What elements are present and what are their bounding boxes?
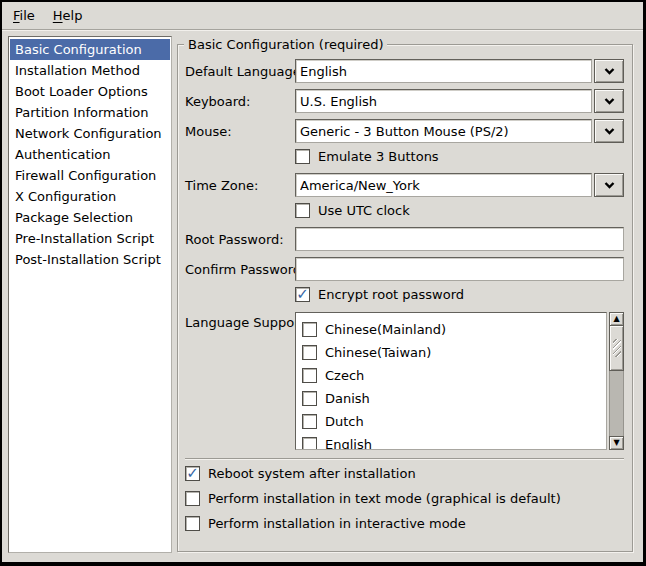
default-language-label: Default Language: [185,64,295,79]
time-zone-dropdown-button[interactable] [594,173,624,197]
root-password-field[interactable] [295,227,624,251]
reboot-after-install-checkbox[interactable]: ✓ [185,466,200,481]
text-mode-install-checkbox[interactable] [185,491,200,506]
install-options: ✓ Reboot system after installation Perfo… [185,466,624,531]
language-english-label: English [325,437,372,450]
time-zone-input[interactable] [295,173,592,197]
chevron-down-icon [604,68,615,75]
confirm-password-field[interactable] [295,257,624,281]
language-danish-label: Danish [325,391,370,406]
frame-legend: Basic Configuration (required) [184,37,387,52]
sidebar-item-authentication[interactable]: Authentication [10,144,170,165]
scroll-up-icon: ▲ [613,315,619,323]
list-item[interactable]: Czech [302,364,606,387]
reboot-after-install-label: Reboot system after installation [208,466,416,481]
sidebar-item-x-configuration[interactable]: X Configuration [10,186,170,207]
language-chinese-taiwan-checkbox[interactable] [302,345,317,360]
emulate-3-buttons-checkbox[interactable] [295,149,310,164]
scrollbar-thumb[interactable] [609,325,624,371]
encrypt-root-password-checkbox[interactable]: ✓ [295,287,310,302]
sidebar-item-pre-installation-script[interactable]: Pre-Installation Script [10,228,170,249]
language-chinese-mainland-label: Chinese(Mainland) [325,322,446,337]
language-support-scrollbar[interactable]: ▲ ▼ [609,312,624,450]
language-support-label: Language Support: [185,312,295,330]
category-list: Basic Configuration Installation Method … [8,36,172,553]
scroll-down-icon: ▼ [613,439,619,447]
sidebar-item-post-installation-script[interactable]: Post-Installation Script [10,249,170,270]
time-zone-label: Time Zone: [185,178,295,193]
list-item[interactable]: Danish [302,387,606,410]
sidebar-item-partition-information[interactable]: Partition Information [10,102,170,123]
list-item[interactable]: Dutch [302,410,606,433]
scrollbar-trough[interactable] [610,371,623,437]
kickstart-configurator-window: File Help Basic Configuration Installati… [0,0,646,566]
language-dutch-label: Dutch [325,414,364,429]
language-czech-label: Czech [325,368,364,383]
menu-file[interactable]: File [4,5,44,26]
list-item[interactable]: Chinese(Mainland) [302,318,606,341]
mouse-input[interactable] [295,119,592,143]
menu-file-label: ile [20,8,35,23]
mouse-dropdown-button[interactable] [594,119,624,143]
language-czech-checkbox[interactable] [302,368,317,383]
default-language-combo [295,59,624,83]
keyboard-dropdown-button[interactable] [594,89,624,113]
scroll-down-button[interactable]: ▼ [609,436,624,450]
menu-help-label: elp [63,8,83,23]
interactive-mode-install-checkbox[interactable] [185,516,200,531]
default-language-input[interactable] [295,59,592,83]
sidebar-item-boot-loader-options[interactable]: Boot Loader Options [10,81,170,102]
basic-configuration-frame: Basic Configuration (required) Default L… [177,44,633,552]
emulate-3-buttons-label: Emulate 3 Buttons [318,149,439,164]
text-mode-install-label: Perform installation in text mode (graph… [208,491,561,506]
chevron-down-icon [604,128,615,135]
mouse-label: Mouse: [185,124,295,139]
mouse-combo [295,119,624,143]
encrypt-root-password-label: Encrypt root password [318,287,464,302]
interactive-mode-install-label: Perform installation in interactive mode [208,516,466,531]
keyboard-label: Keyboard: [185,94,295,109]
keyboard-input[interactable] [295,89,592,113]
scroll-up-button[interactable]: ▲ [609,312,624,326]
root-password-label: Root Password: [185,232,295,247]
sidebar-item-firewall-configuration[interactable]: Firewall Configuration [10,165,170,186]
chevron-down-icon [604,182,615,189]
chevron-down-icon [604,98,615,105]
separator [185,458,624,460]
menu-help[interactable]: Help [44,5,92,26]
language-dutch-checkbox[interactable] [302,414,317,429]
use-utc-clock-label: Use UTC clock [318,203,410,218]
scrollbar-grip-icon [613,339,621,357]
time-zone-combo [295,173,624,197]
language-support-list: Chinese(Mainland) Chinese(Taiwan) Czech … [295,312,624,450]
sidebar-item-basic-configuration[interactable]: Basic Configuration [10,39,170,60]
menubar: File Help [2,2,643,30]
language-support-listbox: Chinese(Mainland) Chinese(Taiwan) Czech … [295,312,607,450]
sidebar-item-package-selection[interactable]: Package Selection [10,207,170,228]
menu-help-mnemonic: H [53,8,63,23]
use-utc-clock-checkbox[interactable] [295,203,310,218]
sidebar-item-installation-method[interactable]: Installation Method [10,60,170,81]
confirm-password-label: Confirm Password: [185,262,295,277]
list-item[interactable]: English [302,433,606,450]
keyboard-combo [295,89,624,113]
language-chinese-taiwan-label: Chinese(Taiwan) [325,345,431,360]
default-language-dropdown-button[interactable] [594,59,624,83]
sidebar-item-network-configuration[interactable]: Network Configuration [10,123,170,144]
language-english-checkbox[interactable] [302,437,317,450]
language-chinese-mainland-checkbox[interactable] [302,322,317,337]
language-danish-checkbox[interactable] [302,391,317,406]
list-item[interactable]: Chinese(Taiwan) [302,341,606,364]
